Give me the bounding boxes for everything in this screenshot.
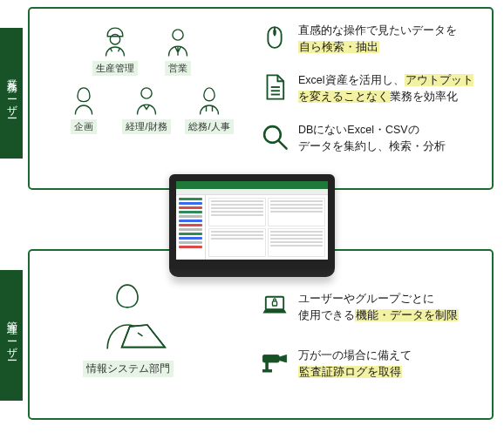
feature-text: Excel資産を活用し、アウトプットを変えることなく業務を効率化: [298, 72, 480, 106]
role-label: 企画: [71, 119, 97, 134]
person-helmet-icon: [97, 23, 133, 59]
feature-text: 直感的な操作で見たいデータを 自ら検索・抽出: [298, 23, 457, 57]
feature-search: 直感的な操作で見たいデータを 自ら検索・抽出: [260, 23, 480, 57]
feature-aggregate: DBにないExcel・CSVの データを集約し、検索・分析: [260, 122, 480, 156]
svg-point-9: [264, 126, 281, 143]
laptop-lock-icon: [260, 291, 289, 321]
person-laptop-icon: [80, 274, 176, 357]
role-label: 営業: [165, 61, 191, 76]
role-finance: 経理/財務: [119, 81, 174, 134]
role-production: 生産管理: [87, 23, 143, 76]
person-suit-icon: [160, 23, 196, 59]
app-titlebar: [176, 181, 328, 189]
laptop-base: [169, 268, 335, 277]
app-tree: [176, 195, 206, 260]
panel-business-users: 生産管理 営業: [28, 7, 494, 190]
role-label: 総務/人事: [185, 119, 233, 134]
feature-excel: Excel資産を活用し、アウトプットを変えることなく業務を効率化: [260, 72, 480, 106]
admin-illustration: 情報システム部門: [80, 274, 176, 377]
svg-rect-15: [262, 369, 271, 372]
svg-rect-13: [262, 355, 279, 362]
side-tab-business: 業務ユーザー: [0, 28, 23, 159]
camera-icon: [260, 348, 289, 377]
role-hr: 総務/人事: [181, 81, 237, 134]
role-planning: 企画: [56, 81, 112, 134]
laptop-screen: [169, 174, 335, 268]
person-female-icon: [65, 81, 102, 118]
document-icon: [260, 72, 289, 102]
svg-rect-12: [272, 301, 276, 306]
magnifier-icon: [260, 122, 289, 152]
role-sales: 営業: [150, 23, 206, 76]
role-label: 経理/財務: [122, 119, 170, 134]
feature-restrict: ユーザーやグループごとに 使用できる機能・データを制限: [260, 291, 480, 325]
app-grid: [206, 195, 328, 260]
person-female2-icon: [191, 81, 228, 118]
feature-list-top: 直感的な操作で見たいデータを 自ら検索・抽出 Excel資産を活用し、アウトプッ…: [260, 23, 480, 155]
feature-text: ユーザーやグループごとに 使用できる機能・データを制限: [298, 291, 459, 325]
svg-line-10: [279, 141, 287, 149]
person-senior-icon: [128, 81, 165, 118]
svg-point-2: [141, 88, 152, 98]
laptop-illustration: [0, 174, 504, 277]
side-tab-admin: 管理ユーザー: [0, 270, 23, 401]
mouse-icon: [260, 23, 289, 52]
feature-audit: 万が一の場合に備えて 監査証跡ログを取得: [260, 348, 480, 382]
feature-text: 万が一の場合に備えて 監査証跡ログを取得: [298, 348, 412, 382]
feature-text: DBにないExcel・CSVの データを集約し、検索・分析: [298, 122, 446, 156]
feature-list-bottom: ユーザーやグループごとに 使用できる機能・データを制限 万が一の場合に備えて 監…: [260, 291, 480, 382]
svg-rect-14: [266, 362, 269, 370]
roles-grid: 生産管理 営業: [54, 23, 239, 134]
app-toolbar: [176, 189, 328, 195]
svg-point-1: [173, 30, 183, 40]
role-label: 生産管理: [92, 61, 138, 76]
admin-label: 情報システム部門: [83, 361, 174, 377]
